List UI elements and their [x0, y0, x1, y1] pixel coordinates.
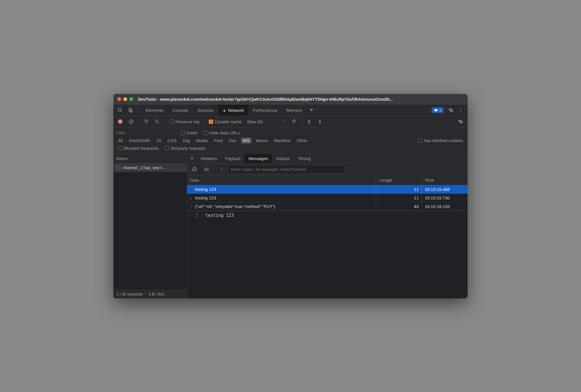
transfer-size: 0 B / 841	[149, 292, 165, 296]
close-window-button[interactable]	[117, 97, 121, 101]
messages-toolbar: All	[187, 163, 468, 175]
detail-pane: Headers Payload Messages Initiator Timin…	[187, 154, 468, 298]
minimize-window-button[interactable]	[123, 97, 127, 101]
type-filter-js[interactable]: JS	[155, 138, 163, 144]
record-button[interactable]	[116, 117, 125, 126]
issues-count: 1	[439, 108, 441, 112]
type-filter-manifest[interactable]: Manifest	[273, 138, 292, 144]
websocket-icon	[116, 166, 120, 170]
search-icon[interactable]	[153, 117, 162, 126]
clear-messages-icon[interactable]	[190, 165, 199, 174]
network-toolbar: Preserve log ✓ Disable cache Slow 3G	[113, 116, 468, 128]
message-filter-select[interactable]: All	[202, 166, 225, 173]
throttling-select[interactable]: Slow 3G	[245, 119, 288, 124]
tab-memory[interactable]: Memory	[282, 105, 306, 116]
window-controls	[117, 97, 133, 101]
more-tabs-icon[interactable]	[307, 105, 316, 114]
clear-icon[interactable]	[127, 117, 136, 126]
filter-input[interactable]	[116, 130, 176, 135]
type-filter-fetchxhr[interactable]: Fetch/XHR	[127, 138, 152, 144]
type-filter-media[interactable]: Media	[194, 138, 209, 144]
request-count: 1 / 30 requests	[116, 292, 143, 296]
preview-line-number: 1	[187, 213, 203, 218]
type-filter-other[interactable]: Other	[295, 138, 309, 144]
warning-icon: ▲	[223, 108, 227, 112]
tab-console[interactable]: Console	[168, 105, 193, 116]
type-filter-wasm[interactable]: Wasm	[254, 138, 270, 144]
tab-elements[interactable]: Elements	[141, 105, 168, 116]
detail-tab-headers[interactable]: Headers	[197, 154, 221, 163]
network-settings-icon[interactable]	[456, 117, 465, 126]
network-conditions-icon[interactable]	[289, 117, 298, 126]
type-filter-all[interactable]: All	[116, 138, 125, 144]
type-filter-ws[interactable]: WS	[241, 138, 251, 144]
requests-pane: Name channel_1?api_key=... 1 / 30 reques…	[113, 154, 187, 298]
titlebar: DevTools - www.piesocket.com/websocket-t…	[113, 94, 468, 105]
message-row[interactable]: ↓testing 1231116:10:15.730	[187, 194, 468, 202]
svg-point-8	[155, 120, 158, 122]
request-list: channel_1?api_key=...	[113, 163, 187, 290]
detail-tab-timing[interactable]: Timing	[294, 154, 315, 163]
type-filters: AllFetch/XHRJSCSSImgMediaFontDocWSWasmMa…	[116, 136, 465, 145]
preserve-log-toggle[interactable]: Preserve log	[168, 119, 201, 124]
tab-sources[interactable]: Sources	[193, 105, 218, 116]
detail-tabs: Headers Payload Messages Initiator Timin…	[187, 154, 468, 163]
col-time[interactable]: Time	[422, 175, 468, 185]
close-detail-icon[interactable]	[187, 154, 197, 163]
third-party-toggle[interactable]: 3rd-party requests	[163, 146, 207, 151]
panel-tabs: Elements Console Sources ▲ Network Perfo…	[113, 105, 468, 116]
inspect-element-icon[interactable]	[116, 106, 125, 115]
requests-status-bar: 1 / 30 requests 0 B / 841	[113, 290, 187, 298]
svg-point-4	[460, 108, 461, 109]
type-filter-img[interactable]: Img	[181, 138, 191, 144]
svg-rect-10	[308, 123, 310, 123]
upload-har-icon[interactable]	[304, 117, 314, 126]
window-title: DevTools - www.piesocket.com/websocket-t…	[138, 97, 393, 102]
invert-toggle[interactable]: Invert	[179, 130, 199, 135]
detail-tab-payload[interactable]: Payload	[221, 154, 245, 163]
hide-data-urls-toggle[interactable]: Hide data URLs	[202, 130, 242, 135]
download-har-icon[interactable]	[315, 117, 324, 126]
tab-network[interactable]: ▲ Network	[218, 105, 249, 116]
device-toolbar-icon[interactable]	[126, 106, 135, 115]
preview-text: testing 123	[205, 213, 234, 218]
more-options-icon[interactable]	[456, 106, 465, 115]
svg-rect-11	[318, 123, 321, 123]
tabs-list: Elements Console Sources ▲ Network Perfo…	[141, 105, 316, 116]
filter-bar: Invert Hide data URLs AllFetch/XHRJSCSSI…	[113, 128, 468, 154]
col-data[interactable]: Data	[187, 175, 376, 185]
svg-point-6	[460, 111, 461, 112]
type-filter-font[interactable]: Font	[212, 138, 224, 144]
blocked-requests-toggle[interactable]: Blocked Requests	[116, 146, 160, 151]
messages-header-row: Data Length Time	[187, 175, 468, 185]
disable-cache-toggle[interactable]: ✓ Disable cache	[207, 119, 243, 124]
message-row[interactable]: ↑testing 1231116:10:15.488	[187, 185, 468, 194]
request-row[interactable]: channel_1?api_key=...	[113, 163, 187, 172]
filter-icon[interactable]	[142, 117, 151, 126]
tab-performance[interactable]: Performance	[248, 105, 282, 116]
col-length[interactable]: Length	[376, 175, 422, 185]
devtools-window: DevTools - www.piesocket.com/websocket-t…	[113, 94, 468, 298]
direction-up-icon: ↑	[190, 187, 193, 192]
svg-rect-1	[129, 108, 131, 112]
message-row[interactable]: ↓{"url":"ok","retryable":true,"method":"…	[187, 202, 468, 211]
svg-point-9	[294, 122, 294, 123]
detail-tab-messages[interactable]: Messages	[245, 154, 272, 163]
direction-down-icon: ↓	[190, 195, 193, 200]
network-main: Name channel_1?api_key=... 1 / 30 reques…	[113, 154, 468, 298]
settings-icon[interactable]	[446, 106, 456, 115]
direction-down-icon: ↓	[190, 204, 193, 209]
messages-table: Data Length Time ↑testing 1231116:10:15.…	[187, 175, 468, 211]
detail-tab-initiator[interactable]: Initiator	[272, 154, 294, 163]
message-regex-input[interactable]	[228, 165, 345, 173]
svg-point-5	[460, 110, 461, 111]
has-blocked-cookies-toggle[interactable]: Has blocked cookies	[416, 138, 465, 143]
name-column-header[interactable]: Name	[113, 154, 187, 163]
type-filter-css[interactable]: CSS	[166, 138, 178, 144]
issues-button[interactable]: 1	[432, 107, 444, 113]
zoom-window-button[interactable]	[129, 97, 133, 101]
message-preview: 1 testing 123	[187, 211, 468, 298]
request-name: channel_1?api_key=...	[123, 165, 166, 170]
type-filter-doc[interactable]: Doc	[227, 138, 238, 144]
